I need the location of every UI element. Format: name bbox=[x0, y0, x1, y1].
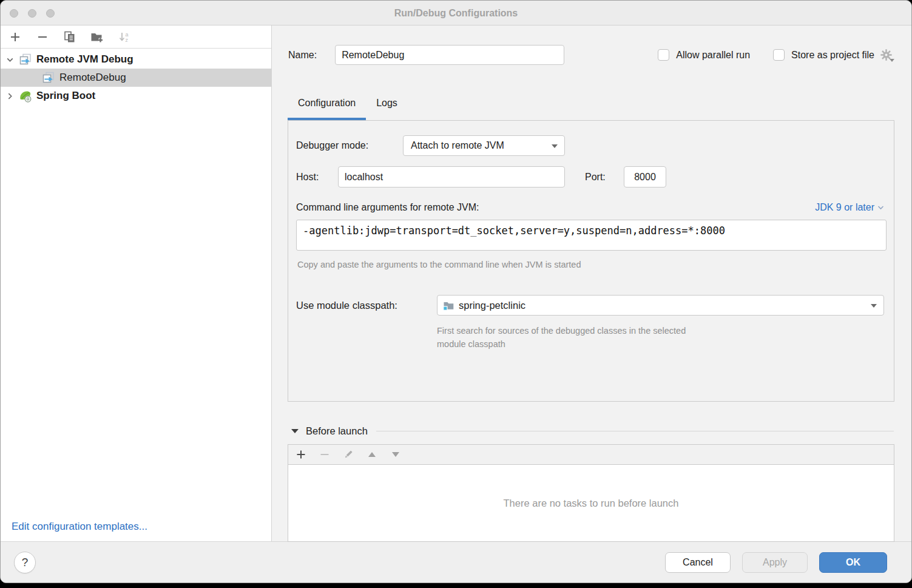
remote-debug-icon bbox=[19, 53, 32, 66]
before-launch-title: Before launch bbox=[306, 425, 368, 437]
host-input[interactable] bbox=[338, 166, 565, 188]
editor-tabs: Configuration Logs bbox=[288, 98, 408, 120]
debugger-mode-select[interactable]: Attach to remote JVM bbox=[403, 135, 565, 156]
use-module-classpath-label: Use module classpath: bbox=[296, 300, 397, 311]
tab-logs[interactable]: Logs bbox=[366, 98, 408, 120]
ok-button[interactable]: OK bbox=[819, 552, 887, 573]
allow-parallel-run-checkbox[interactable] bbox=[658, 49, 669, 61]
debugger-mode-value: Attach to remote JVM bbox=[411, 140, 504, 151]
command-line-arguments-field[interactable]: -agentlib:jdwp=transport=dt_socket,serve… bbox=[296, 220, 887, 251]
store-as-project-file-group: Store as project file bbox=[773, 49, 893, 62]
gear-dropdown-caret bbox=[890, 59, 894, 62]
configurations-sidebar: az Remote JVM Debug bbox=[1, 25, 272, 541]
debugger-mode-label: Debugger mode: bbox=[296, 140, 368, 151]
chevron-right-icon[interactable] bbox=[1, 92, 19, 100]
dropdown-arrow-icon bbox=[552, 144, 558, 148]
module-classpath-hint-line1: First search for sources of the debugged… bbox=[437, 324, 686, 337]
cancel-button[interactable]: Cancel bbox=[665, 552, 731, 573]
remote-debug-icon bbox=[42, 72, 55, 84]
zoom-window-button[interactable] bbox=[46, 9, 55, 18]
allow-parallel-run-label[interactable]: Allow parallel run bbox=[676, 50, 750, 61]
jdk-version-selector[interactable]: JDK 9 or later bbox=[815, 202, 884, 213]
apply-button[interactable]: Apply bbox=[742, 552, 808, 573]
name-input[interactable] bbox=[335, 45, 564, 65]
dialog-footer: ? Cancel Apply OK bbox=[1, 541, 911, 583]
new-folder-icon[interactable] bbox=[90, 31, 104, 43]
module-classpath-value: spring-petclinic bbox=[459, 300, 525, 311]
before-launch-divider bbox=[376, 431, 894, 431]
titlebar: Run/Debug Configurations bbox=[1, 1, 911, 25]
tree-item-remotedebug-selected[interactable]: RemoteDebug bbox=[1, 69, 271, 87]
tree-item-spring-boot[interactable]: Spring Boot bbox=[1, 87, 271, 105]
run-debug-configurations-dialog: Run/Debug Configurations az bbox=[0, 0, 912, 583]
spring-boot-icon bbox=[19, 90, 32, 102]
traffic-lights bbox=[10, 9, 55, 18]
allow-parallel-run-group: Allow parallel run bbox=[658, 49, 750, 61]
tab-configuration[interactable]: Configuration bbox=[288, 98, 366, 120]
add-configuration-icon[interactable] bbox=[8, 31, 22, 43]
before-launch-task-list[interactable]: There are no tasks to run before launch bbox=[288, 465, 894, 542]
jdk-version-label: JDK 9 or later bbox=[815, 202, 874, 213]
tree-item-remote-jvm-debug[interactable]: Remote JVM Debug bbox=[1, 50, 271, 69]
add-task-icon[interactable] bbox=[296, 449, 306, 460]
before-launch-header: Before launch bbox=[288, 424, 894, 438]
tree-item-label: Remote JVM Debug bbox=[36, 53, 133, 66]
configurations-tree: Remote JVM Debug RemoteDebug bbox=[1, 49, 271, 105]
edit-configuration-templates-link[interactable]: Edit configuration templates... bbox=[12, 521, 147, 533]
configuration-panel: Debugger mode: Attach to remote JVM Host… bbox=[288, 120, 894, 402]
store-settings-gear-icon[interactable] bbox=[880, 49, 893, 62]
store-as-project-file-checkbox[interactable] bbox=[773, 49, 785, 61]
name-label: Name: bbox=[288, 50, 317, 61]
module-classpath-hint-line2: module classpath bbox=[437, 337, 505, 351]
sort-configurations-icon[interactable]: az bbox=[118, 31, 131, 43]
move-down-icon[interactable] bbox=[390, 449, 401, 460]
chevron-down-icon[interactable] bbox=[1, 56, 19, 64]
store-as-project-file-label[interactable]: Store as project file bbox=[791, 50, 874, 61]
copy-configuration-icon[interactable] bbox=[63, 31, 76, 43]
dropdown-arrow-icon bbox=[871, 304, 877, 308]
minimize-window-button[interactable] bbox=[28, 9, 36, 18]
command-line-hint: Copy and paste the arguments to the comm… bbox=[297, 258, 581, 271]
move-up-icon[interactable] bbox=[366, 449, 377, 460]
help-button[interactable]: ? bbox=[14, 552, 36, 573]
module-icon bbox=[443, 300, 454, 311]
before-launch-collapse-icon[interactable] bbox=[291, 429, 299, 433]
before-launch-toolbar bbox=[288, 444, 894, 465]
configuration-editor: Name: Allow parallel run Store as projec… bbox=[272, 25, 911, 541]
command-line-arguments-label: Command line arguments for remote JVM: bbox=[296, 202, 479, 213]
remove-task-icon[interactable] bbox=[319, 449, 330, 460]
host-label: Host: bbox=[296, 172, 319, 183]
module-classpath-select[interactable]: spring-petclinic bbox=[437, 295, 884, 316]
close-window-button[interactable] bbox=[10, 9, 18, 18]
port-input[interactable] bbox=[624, 166, 666, 188]
sidebar-toolbar: az bbox=[1, 25, 271, 49]
chevron-down-icon bbox=[877, 205, 884, 210]
tree-item-label: Spring Boot bbox=[36, 90, 95, 102]
before-launch-empty-message: There are no tasks to run before launch bbox=[504, 498, 679, 509]
remove-configuration-icon[interactable] bbox=[36, 31, 49, 43]
port-label: Port: bbox=[585, 172, 606, 183]
svg-text:z: z bbox=[126, 37, 129, 43]
edit-task-icon[interactable] bbox=[343, 449, 354, 460]
dialog-title: Run/Debug Configurations bbox=[1, 1, 911, 25]
tree-item-label: RemoteDebug bbox=[59, 72, 126, 84]
